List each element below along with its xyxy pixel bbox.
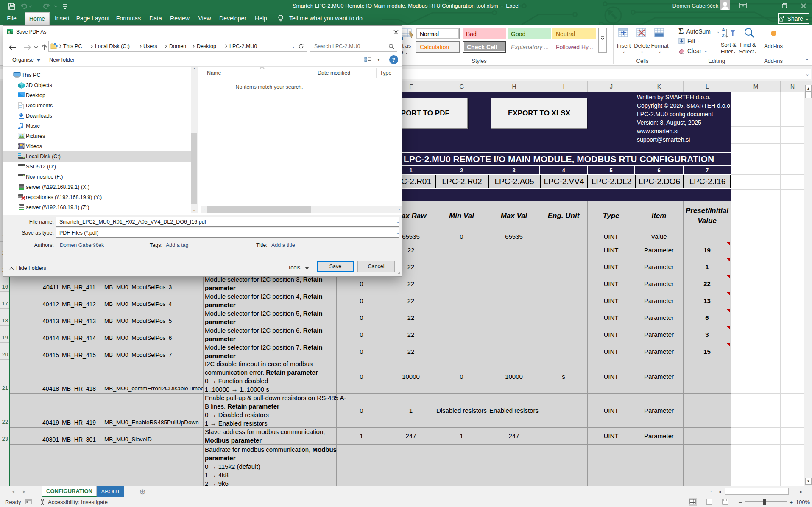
svg-text:Z: Z <box>722 33 725 38</box>
svg-text:X: X <box>8 30 11 34</box>
svg-text:A: A <box>722 27 725 32</box>
